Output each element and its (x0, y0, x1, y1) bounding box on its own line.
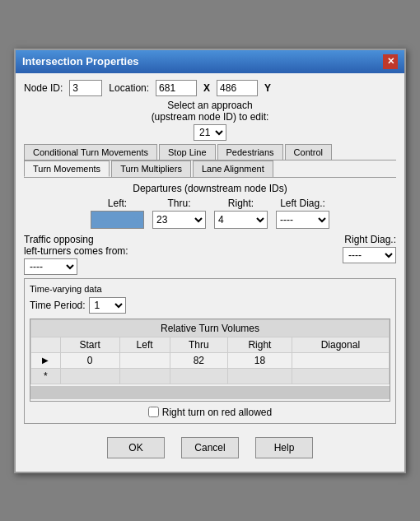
right-diag-label: Right Diag.: (344, 234, 396, 245)
dialog-title: Intersection Properties (22, 55, 139, 67)
opposing-group: Traffic opposing left-turners comes from… (24, 234, 128, 275)
row-thru-1: 82 (170, 352, 228, 368)
col-header-right: Right (228, 337, 292, 352)
col-header-thru: Thru (170, 337, 228, 352)
approach-label: Select an approach (upstream node ID) to… (24, 100, 396, 123)
opposing-select[interactable]: ---- (24, 258, 77, 275)
row-start-2 (60, 368, 119, 384)
col-header-left: Left (119, 337, 170, 352)
x-label: X (203, 82, 210, 94)
col-header-start: Start (60, 337, 119, 352)
bottom-buttons: OK Cancel Help (24, 429, 396, 465)
dep-thru-select[interactable]: 23 (152, 211, 206, 229)
dep-right-label: Right: (228, 198, 254, 209)
dep-thru-label: Thru: (167, 198, 190, 209)
dep-right-col: Right: 4 (214, 198, 268, 229)
right-turn-red-label: Right turn on red allowed (162, 407, 272, 418)
dialog-body: Node ID: Location: X Y Select an approac… (16, 73, 404, 472)
row-start-1: 0 (60, 352, 119, 368)
ok-button[interactable]: OK (107, 437, 165, 458)
approach-section: Select an approach (upstream node ID) to… (24, 100, 396, 141)
approach-row: 21 (24, 124, 396, 141)
row-marker-1: ▶ (31, 352, 61, 368)
opposing-select-row: ---- (24, 258, 128, 275)
row-right-1: 18 (228, 352, 292, 368)
mid-row: Traffic opposing left-turners comes from… (24, 234, 396, 275)
row-right-2 (228, 368, 292, 384)
tab-conditional-turn-movements[interactable]: Conditional Turn Movements (24, 144, 157, 160)
dep-left-diag-col: Left Diag.: ---- (276, 198, 329, 229)
opposing-label1: Traffic opposing (24, 234, 128, 245)
table-title: Relative Turn Volumes (31, 319, 390, 337)
time-period-label: Time Period: (30, 300, 86, 311)
location-x-input[interactable] (156, 80, 197, 96)
departures-title: Departures (downstream node IDs) (24, 183, 396, 194)
time-varying-title: Time-varying data (30, 284, 390, 294)
approach-select[interactable]: 21 (194, 124, 226, 141)
relative-turn-volumes-container: Relative Turn Volumes Start Left Thru Ri… (30, 319, 390, 402)
row-diagonal-2 (292, 368, 389, 384)
title-bar: Intersection Properties ✕ (16, 50, 404, 73)
dep-left-diag-label: Left Diag.: (280, 198, 325, 209)
row-marker-2: * (31, 368, 61, 384)
row-left-2 (119, 368, 170, 384)
col-header-diagonal: Diagonal (292, 337, 389, 352)
departures-grid: Left: ---- Thru: 23 Right: 4 (24, 198, 396, 229)
right-turn-red-checkbox[interactable] (148, 407, 159, 417)
row-diagonal-1 (292, 352, 389, 368)
location-y-input[interactable] (217, 80, 258, 96)
location-label: Location: (109, 82, 149, 94)
table-row: * (31, 368, 390, 384)
tab-pedestrians[interactable]: Pedestrians (217, 144, 283, 160)
cancel-button[interactable]: Cancel (181, 437, 239, 458)
close-button[interactable]: ✕ (383, 54, 398, 69)
dep-left-select[interactable]: ---- (91, 211, 144, 229)
intersection-properties-dialog: Intersection Properties ✕ Node ID: Locat… (14, 49, 406, 473)
node-location-row: Node ID: Location: X Y (24, 80, 396, 96)
right-diag-select[interactable]: ---- (343, 247, 396, 263)
right-diag-group: Right Diag.: ---- (343, 234, 396, 263)
node-id-label: Node ID: (24, 82, 63, 94)
tab-lane-alignment[interactable]: Lane Alignment (193, 160, 273, 177)
col-header-marker (31, 337, 61, 352)
dep-left-col: Left: ---- (91, 198, 144, 229)
opposing-label2: left-turners comes from: (24, 245, 128, 257)
y-label: Y (264, 82, 271, 94)
table-scrollbar[interactable] (30, 386, 390, 399)
dep-right-select[interactable]: 4 (214, 211, 268, 229)
tab-stop-line[interactable]: Stop Line (159, 144, 215, 160)
dep-thru-col: Thru: 23 (152, 198, 206, 229)
time-period-row: Time Period: 1 (30, 297, 390, 314)
right-turn-red-row: Right turn on red allowed (30, 407, 390, 418)
right-diag-select-row: ---- (343, 247, 396, 263)
relative-turn-volumes-table: Relative Turn Volumes Start Left Thru Ri… (30, 319, 390, 384)
dep-left-diag-select[interactable]: ---- (276, 211, 329, 229)
row-thru-2 (170, 368, 228, 384)
row-left-1 (119, 352, 170, 368)
tabs-row-2: Turn Movements Turn Multipliers Lane Ali… (24, 160, 396, 178)
tab-turn-movements[interactable]: Turn Movements (24, 160, 110, 177)
tab-turn-multipliers[interactable]: Turn Multipliers (111, 160, 191, 177)
help-button[interactable]: Help (255, 437, 313, 458)
table-row: ▶ 0 82 18 (31, 352, 390, 368)
node-id-input[interactable] (69, 80, 102, 96)
tabs-row-1: Conditional Turn Movements Stop Line Ped… (24, 144, 396, 160)
dep-left-label: Left: (108, 198, 127, 209)
time-period-select[interactable]: 1 (89, 297, 126, 314)
time-varying-box: Time-varying data Time Period: 1 Relativ… (24, 278, 396, 424)
tab-control[interactable]: Control (285, 144, 332, 160)
